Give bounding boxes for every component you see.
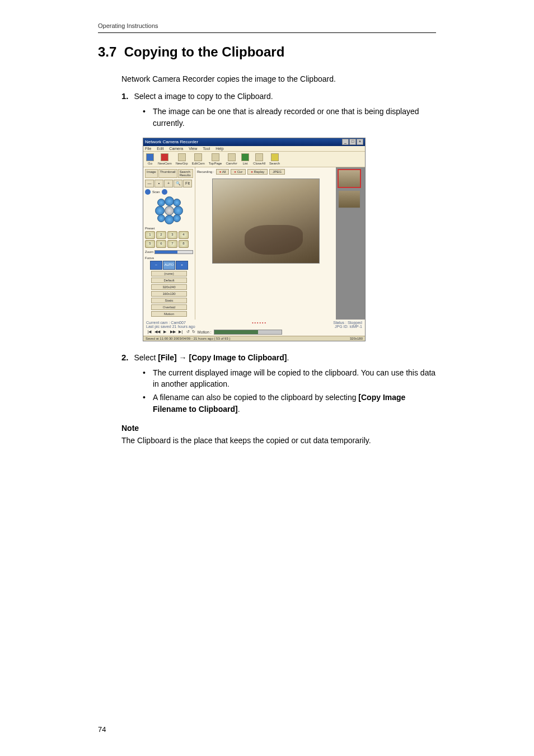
tool-go[interactable]: Go (146, 153, 154, 165)
play-next-button[interactable]: ▶▶ (170, 330, 176, 334)
close-button[interactable]: × (357, 139, 363, 145)
size-160-button[interactable]: 160x130 (151, 291, 187, 297)
menu-edit[interactable]: Edit (157, 147, 163, 151)
section-number: 3.7 (98, 44, 116, 59)
titlebar: Network Camera Recorder _ □ × (143, 138, 365, 146)
preset-5-button[interactable]: 5 (145, 240, 155, 248)
menu-help[interactable]: Help (216, 147, 223, 151)
tool-search[interactable]: Search (269, 153, 280, 165)
tool-toppage[interactable]: TopPage (209, 153, 222, 165)
tool-camarr-label: CamArr (226, 162, 237, 165)
statusbar-right: 320x180 (350, 337, 363, 340)
toppage-icon (212, 153, 219, 161)
rec-replay-label: Replay (254, 170, 265, 173)
menu-tool[interactable]: Tool (203, 147, 210, 151)
static-button[interactable]: Static (151, 298, 187, 303)
play-play-button[interactable]: ▶ (162, 330, 168, 334)
preset-select[interactable]: (none) (151, 271, 187, 276)
minimize-button[interactable]: _ (342, 139, 349, 145)
tool-closeall-label: CloseAll (253, 162, 265, 165)
pan-down-left-button[interactable] (157, 214, 165, 222)
direction-pad (155, 196, 183, 224)
rec-all-button[interactable]: ● All (216, 169, 229, 175)
scan-play-icon[interactable] (162, 189, 167, 195)
progress-bar[interactable] (214, 330, 282, 335)
play-prev-button[interactable]: ◀◀ (154, 330, 161, 334)
scan-icon[interactable] (145, 189, 151, 195)
step-2-text: Select [File] → [Copy Image to Clipboard… (134, 353, 289, 362)
rec-all-label: All (222, 170, 226, 173)
screenshot-figure: Network Camera Recorder _ □ × File Edit … (143, 138, 436, 341)
preset-6-button[interactable]: 6 (156, 240, 166, 248)
step-2-pre: Select (134, 353, 158, 362)
focus-auto-button[interactable]: AUTO (163, 261, 175, 270)
tab-search-results[interactable]: Search Results (178, 169, 193, 178)
menu-file[interactable]: File (145, 147, 151, 151)
step-2-bullet-2: A filename can also be copied to the cli… (143, 392, 436, 415)
menu-view[interactable]: View (189, 147, 197, 151)
overlaid-button[interactable]: Overlaid (151, 304, 187, 310)
right-panel (336, 167, 365, 320)
step-2-dot: . (287, 353, 289, 362)
rec-replay-button[interactable]: ● Replay (247, 169, 268, 175)
fit-button[interactable]: Fit (183, 180, 192, 187)
tool-newcam-label: NewCam (158, 162, 172, 165)
step-2-bullet-2-pre: A filename can also be copied to the cli… (153, 393, 358, 402)
maximize-button[interactable]: □ (349, 139, 356, 145)
search-icon (271, 153, 279, 161)
preset-3-button[interactable]: 3 (167, 231, 177, 239)
closeall-icon (255, 153, 263, 161)
tab-image[interactable]: Image (145, 169, 158, 178)
magnify-button[interactable]: 🔍 (174, 180, 182, 187)
view-tabs: Image Thumbnail Search Results (145, 169, 193, 178)
focus-far-button[interactable]: + (176, 261, 188, 270)
step-2-number: 2. (121, 353, 132, 362)
zoom-reset-button[interactable]: • (154, 180, 163, 187)
header-rule (98, 32, 436, 33)
preset-4-button[interactable]: 4 (179, 231, 189, 239)
pan-down-right-button[interactable] (173, 214, 181, 222)
tool-newgrp[interactable]: NewGrp (176, 153, 188, 165)
pan-center-button[interactable] (165, 206, 174, 215)
scan-label: Scan (152, 190, 160, 194)
play-first-button[interactable]: |◀ (146, 330, 153, 334)
preset-row-1: 1 2 3 4 (145, 231, 193, 239)
tool-list[interactable]: List (241, 153, 249, 165)
page-number: 74 (98, 725, 106, 734)
pan-up-right-button[interactable] (173, 199, 181, 206)
statusbar-left: Saved at 11:00:30 2003/04/09 - 21 hours … (146, 337, 230, 340)
forward-button[interactable]: ↻ (192, 330, 195, 334)
focus-near-button[interactable]: – (150, 261, 162, 270)
rec-cur-label: Cur (237, 170, 243, 173)
rewind-button[interactable]: ↺ (186, 330, 190, 334)
zoom-bar: Zoom (145, 250, 193, 254)
preset-1-button[interactable]: 1 (145, 231, 155, 239)
size-320-button[interactable]: 320x240 (151, 284, 187, 290)
pan-right-button[interactable] (174, 206, 183, 215)
preset-2-button[interactable]: 2 (156, 231, 166, 239)
rec-jpeg-button[interactable]: JPEG (269, 169, 285, 175)
thumbnail-2[interactable] (338, 190, 361, 209)
camera-image[interactable] (212, 179, 320, 264)
pan-up-left-button[interactable] (157, 199, 165, 206)
default-button[interactable]: Default (151, 278, 187, 283)
rec-cur-button[interactable]: ● Cur (231, 169, 246, 175)
preset-8-button[interactable]: 8 (179, 240, 189, 248)
list-icon (241, 153, 249, 161)
zoom-out-button[interactable]: — (145, 180, 154, 187)
tool-editcam[interactable]: EditCam (192, 153, 205, 165)
thumbnail-1[interactable] (338, 169, 361, 188)
center-panel: Recording : ● All ● Cur ● Replay JPEG (195, 167, 336, 320)
zoom-in-button[interactable]: + (164, 180, 173, 187)
tab-thumbnail[interactable]: Thumbnail (158, 169, 177, 178)
newcam-icon (161, 153, 168, 161)
section-title-text: Copying to the Clipboard (124, 44, 285, 59)
zoom-slider[interactable] (154, 250, 193, 254)
motion-button[interactable]: Motion (151, 311, 187, 317)
preset-7-button[interactable]: 7 (167, 240, 177, 248)
tool-newcam[interactable]: NewCam (158, 153, 172, 165)
menu-camera[interactable]: Camera (169, 147, 183, 151)
play-last-button[interactable]: ▶| (177, 330, 184, 334)
tool-closeall[interactable]: CloseAll (253, 153, 265, 165)
tool-camarr[interactable]: CamArr (226, 153, 237, 165)
